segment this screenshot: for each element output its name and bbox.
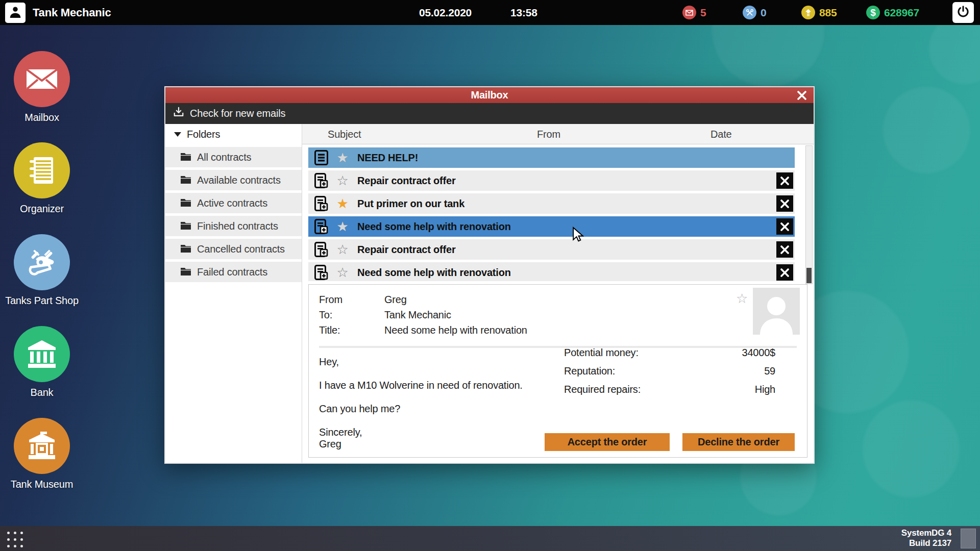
folder-icon — [181, 266, 191, 278]
from-label: From — [319, 294, 384, 306]
window-title: Mailbox — [471, 89, 508, 101]
folder-failed-contracts[interactable]: Failed contracts — [165, 262, 302, 282]
bank-icon — [14, 326, 70, 382]
mailbox-window: Mailbox Check for new emails Folders All… — [164, 86, 815, 464]
level-up-icon — [801, 6, 815, 19]
reputation-label: Reputation: — [564, 365, 615, 377]
mail-row[interactable]: Repair contract offer — [308, 239, 795, 260]
to-value: Tank Mechanic — [384, 309, 451, 321]
game-date: 05.02.2020 — [419, 0, 472, 25]
notebook-icon — [14, 142, 70, 198]
folders-panel: Folders All contracts Available contract… — [165, 124, 302, 463]
star-icon[interactable] — [335, 220, 350, 233]
desktop-icon-mailbox[interactable]: Mailbox — [0, 51, 84, 123]
mail-list-header: Subject From Date — [302, 124, 814, 144]
dollar-icon: $ — [866, 6, 880, 19]
folder-all-contracts[interactable]: All contracts — [165, 147, 302, 167]
mailbox-toolbar: Check for new emails — [165, 103, 814, 124]
power-button[interactable] — [952, 2, 974, 23]
experience-counter[interactable]: 885 — [801, 0, 837, 25]
player-profile-button[interactable] — [5, 3, 26, 23]
close-icon[interactable] — [795, 89, 808, 102]
potential-money-label: Potential money: — [564, 347, 639, 359]
mail-list-scrollbar[interactable] — [805, 145, 813, 284]
title-value: Need some help with renovation — [384, 324, 527, 336]
museum-icon — [14, 418, 70, 474]
mail-body: Hey, I have a M10 Wolverine in need of r… — [319, 356, 554, 450]
delete-mail-icon[interactable] — [776, 241, 793, 258]
desktop-icon-tanks-part-shop[interactable]: Tanks Part Shop — [0, 234, 84, 307]
contract-add-icon — [313, 242, 329, 257]
from-value: Greg — [384, 294, 407, 306]
desktop-icon-organizer[interactable]: Organizer — [0, 142, 84, 215]
wrench-icon — [743, 6, 756, 19]
bokeh-circle — [863, 400, 960, 497]
money-counter[interactable]: $ 628967 — [866, 0, 919, 25]
taskbar: SystemDG 4 Build 2137 — [0, 526, 980, 551]
folder-available-contracts[interactable]: Available contracts — [165, 170, 302, 190]
folder-icon — [181, 152, 191, 163]
column-from: From — [537, 124, 560, 145]
system-version: SystemDG 4 Build 2137 — [901, 528, 951, 548]
reputation-value: 59 — [764, 365, 775, 377]
contract-details: Potential money:34000$ Reputation:59 Req… — [564, 347, 775, 402]
contract-add-icon — [313, 196, 329, 211]
folder-icon — [181, 174, 191, 186]
mail-reading-pane: FromGreg To:Tank Mechanic Title:Need som… — [308, 284, 807, 458]
required-repairs-label: Required repairs: — [564, 384, 641, 395]
delete-mail-icon[interactable] — [776, 172, 793, 189]
window-titlebar[interactable]: Mailbox — [165, 87, 814, 103]
decline-order-button[interactable]: Decline the order — [682, 433, 795, 451]
desktop-icon-bank[interactable]: Bank — [0, 326, 84, 398]
check-mail-icon — [173, 107, 184, 120]
star-icon[interactable] — [335, 151, 350, 164]
contract-add-icon — [313, 265, 329, 280]
show-desktop-button[interactable] — [961, 529, 976, 548]
delete-mail-icon[interactable] — [776, 264, 793, 281]
app-launcher-icon[interactable] — [7, 532, 23, 547]
desktop-icon-tank-museum[interactable]: Tank Museum — [0, 418, 84, 490]
person-icon — [9, 5, 22, 20]
favorite-star-icon[interactable]: ☆ — [736, 291, 748, 307]
mail-row[interactable]: Need some help with renovation — [308, 216, 795, 237]
folders-header[interactable]: Folders — [165, 124, 302, 144]
star-icon[interactable] — [335, 174, 350, 187]
folder-icon — [181, 243, 191, 255]
folder-active-contracts[interactable]: Active contracts — [165, 193, 302, 213]
bokeh-circle — [883, 87, 970, 173]
mail-list: NEED HELP! Repair contract offer — [302, 144, 814, 281]
column-subject: Subject — [328, 124, 361, 145]
delete-mail-icon[interactable] — [776, 195, 793, 212]
star-icon[interactable] — [335, 266, 350, 279]
accept-order-button[interactable]: Accept the order — [545, 433, 670, 451]
power-icon — [957, 5, 970, 20]
check-mail-button[interactable]: Check for new emails — [190, 108, 285, 119]
folder-icon — [181, 197, 191, 209]
scrollbar-thumb[interactable] — [806, 268, 812, 283]
folder-finished-contracts[interactable]: Finished contracts — [165, 216, 302, 236]
app-title: Tank Mechanic — [33, 0, 111, 25]
tools-icon — [14, 234, 70, 290]
mail-row[interactable]: Repair contract offer — [308, 170, 795, 191]
mail-row[interactable]: Need some help with renovation — [308, 262, 795, 281]
star-icon[interactable] — [335, 197, 350, 210]
repairs-counter[interactable]: 0 — [743, 0, 766, 25]
envelope-icon — [14, 51, 70, 107]
mail-icon — [682, 6, 696, 19]
delete-mail-icon[interactable] — [776, 218, 793, 235]
to-label: To: — [319, 309, 384, 321]
required-repairs-value: High — [755, 384, 775, 395]
contract-add-icon — [313, 173, 329, 188]
folder-icon — [181, 220, 191, 232]
sender-avatar — [753, 288, 800, 335]
mail-row[interactable]: Put primer on our tank — [308, 193, 795, 214]
mail-list-and-reader: Subject From Date NEED HELP! — [302, 124, 814, 463]
mail-row[interactable]: NEED HELP! — [308, 147, 795, 168]
star-icon[interactable] — [335, 243, 350, 256]
potential-money-value: 34000$ — [742, 347, 775, 359]
game-time: 13:58 — [510, 0, 537, 25]
top-status-bar: Tank Mechanic 05.02.2020 13:58 5 0 885 $… — [0, 0, 980, 25]
messages-counter[interactable]: 5 — [682, 0, 706, 25]
folder-cancelled-contracts[interactable]: Cancelled contracts — [165, 239, 302, 259]
document-icon — [313, 150, 329, 165]
